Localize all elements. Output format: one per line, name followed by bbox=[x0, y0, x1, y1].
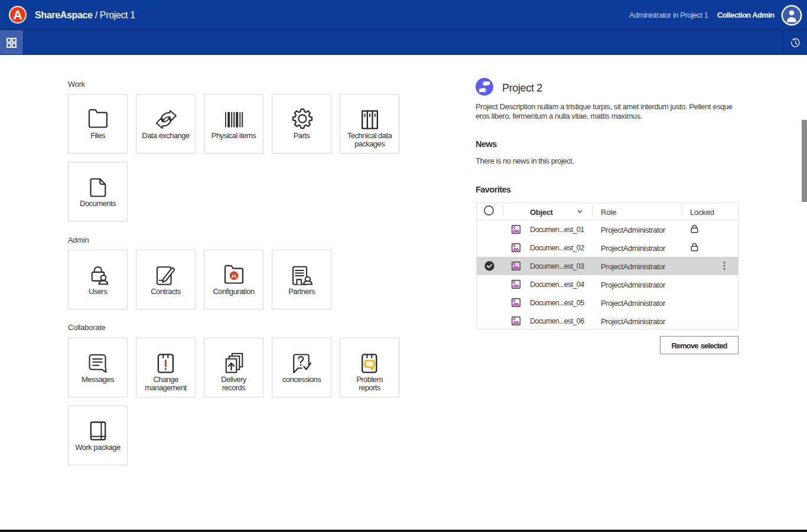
svg-text:A: A bbox=[13, 8, 22, 22]
